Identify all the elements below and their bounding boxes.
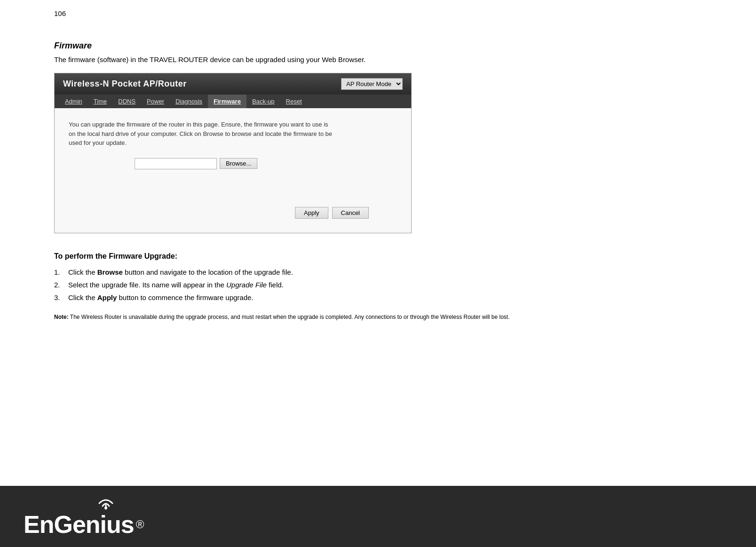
nav-diagnosis[interactable]: Diagnosis — [170, 95, 208, 108]
action-row: Apply Cancel — [69, 207, 397, 223]
nav-time[interactable]: Time — [88, 95, 112, 108]
note-text: Note: The Wireless Router is unavailable… — [54, 313, 702, 322]
footer: EnGenius ® — [0, 486, 756, 547]
router-header-title: Wireless-N Pocket AP/Router — [63, 79, 187, 89]
note-label: Note: — [54, 314, 69, 320]
nav-backup[interactable]: Back-up — [247, 95, 280, 108]
browse-button[interactable]: Browse... — [220, 158, 257, 169]
svg-point-0 — [104, 507, 107, 509]
router-mode-select[interactable]: AP Router Mode — [341, 78, 403, 90]
section-title: Firmware — [54, 41, 702, 51]
nav-reset[interactable]: Reset — [280, 95, 308, 108]
nav-admin[interactable]: Admin — [59, 95, 88, 108]
step-1: 1. Click the Browse button and navigate … — [54, 268, 702, 276]
engenius-logo: EnGenius ® — [24, 497, 144, 537]
wifi-arcs-icon — [96, 497, 115, 510]
cancel-button[interactable]: Cancel — [332, 207, 369, 219]
apply-button[interactable]: Apply — [295, 207, 328, 219]
router-body: You can upgrade the firmware of the rout… — [55, 108, 411, 233]
step-2: 2. Select the upgrade file. Its name wil… — [54, 281, 702, 289]
note-content: The Wireless Router is unavailable durin… — [70, 314, 510, 320]
logo-text: EnGenius — [24, 512, 134, 537]
section-description: The firmware (software) in the TRAVEL RO… — [54, 55, 702, 63]
nav-power[interactable]: Power — [141, 95, 170, 108]
page-number: 106 — [54, 9, 702, 17]
firmware-description: You can upgrade the firmware of the rout… — [69, 120, 397, 148]
router-header: Wireless-N Pocket AP/Router AP Router Mo… — [55, 73, 411, 95]
step-3: 3. Click the Apply button to commence th… — [54, 293, 702, 301]
file-input[interactable] — [135, 158, 217, 169]
router-ui-box: Wireless-N Pocket AP/Router AP Router Mo… — [54, 73, 412, 233]
instructions-list: 1. Click the Browse button and navigate … — [54, 268, 702, 301]
nav-firmware[interactable]: Firmware — [208, 95, 247, 108]
router-nav: Admin Time DDNS Power Diagnosis Firmware… — [55, 95, 411, 108]
nav-ddns[interactable]: DDNS — [112, 95, 141, 108]
logo-wrapper: EnGenius ® — [24, 512, 144, 537]
trademark-symbol: ® — [136, 519, 144, 530]
instructions-title: To perform the Firmware Upgrade: — [54, 252, 702, 261]
file-upload-row: Browse... — [69, 158, 397, 169]
